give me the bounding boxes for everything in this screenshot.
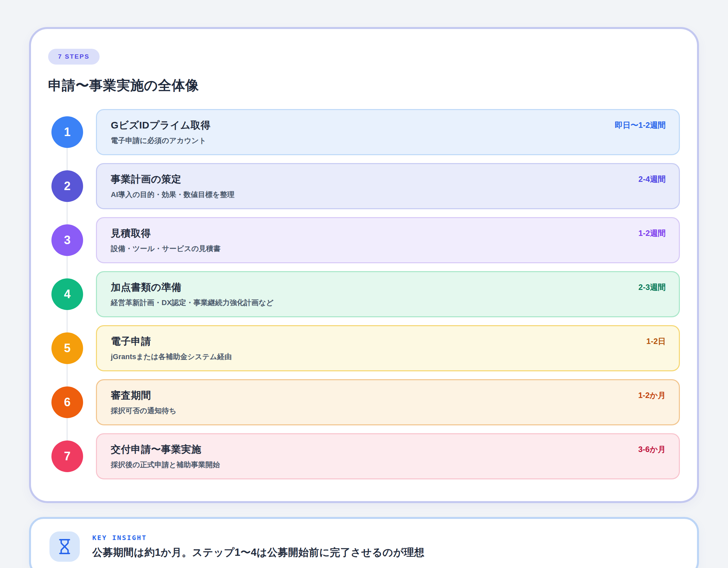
step-title: 交付申請〜事業実施 — [111, 443, 220, 456]
step-subtitle: AI導入の目的・効果・数値目標を整理 — [111, 190, 234, 200]
step-subtitle: 採択後の正式申請と補助事業開始 — [111, 460, 220, 470]
step-card: 加点書類の準備 経営革新計画・DX認定・事業継続力強化計画など 2-3週間 — [96, 271, 680, 317]
step-duration: 1-2週間 — [638, 228, 666, 239]
step-card: 電子申請 jGrantsまたは各補助金システム経由 1-2日 — [96, 325, 680, 371]
step-duration: 2-4週間 — [638, 174, 666, 185]
insight-label: KEY INSIGHT — [92, 534, 425, 542]
step-row: 4 加点書類の準備 経営革新計画・DX認定・事業継続力強化計画など 2-3週間 — [48, 271, 680, 317]
step-text-block: 審査期間 採択可否の通知待ち — [111, 389, 176, 416]
step-duration: 1-2日 — [646, 336, 666, 346]
step-number-circle: 4 — [51, 279, 83, 310]
step-row: 5 電子申請 jGrantsまたは各補助金システム経由 1-2日 — [48, 325, 680, 371]
step-text-block: 電子申請 jGrantsまたは各補助金システム経由 — [111, 335, 232, 362]
step-row: 6 審査期間 採択可否の通知待ち 1-2か月 — [48, 379, 680, 425]
step-duration: 3-6か月 — [638, 444, 666, 455]
step-title: 見積取得 — [111, 227, 221, 240]
step-card: GビズIDプライム取得 電子申請に必須のアカウント 即日〜1-2週間 — [96, 109, 680, 155]
insight-text-block: KEY INSIGHT 公募期間は約1か月。ステップ1〜4は公募開始前に完了させ… — [92, 534, 425, 559]
step-duration: 2-3週間 — [638, 282, 666, 292]
key-insight-card: KEY INSIGHT 公募期間は約1か月。ステップ1〜4は公募開始前に完了させ… — [29, 517, 699, 568]
step-title: 電子申請 — [111, 335, 232, 348]
step-text-block: GビズIDプライム取得 電子申請に必須のアカウント — [111, 119, 211, 146]
step-subtitle: 電子申請に必須のアカウント — [111, 136, 211, 146]
step-subtitle: 設備・ツール・サービスの見積書 — [111, 244, 221, 254]
step-text-block: 交付申請〜事業実施 採択後の正式申請と補助事業開始 — [111, 443, 220, 470]
step-title: GビズIDプライム取得 — [111, 119, 211, 132]
step-number-circle: 2 — [51, 170, 83, 202]
step-text-block: 事業計画の策定 AI導入の目的・効果・数値目標を整理 — [111, 173, 234, 200]
step-title: 審査期間 — [111, 389, 176, 402]
step-number-circle: 5 — [51, 332, 83, 364]
step-card: 事業計画の策定 AI導入の目的・効果・数値目標を整理 2-4週間 — [96, 163, 680, 209]
step-number-circle: 7 — [51, 440, 83, 472]
step-title: 加点書類の準備 — [111, 281, 274, 294]
step-subtitle: jGrantsまたは各補助金システム経由 — [111, 352, 232, 362]
step-number-circle: 3 — [51, 224, 83, 256]
step-card: 交付申請〜事業実施 採択後の正式申請と補助事業開始 3-6か月 — [96, 433, 680, 479]
page: 7 STEPS 申請〜事業実施の全体像 1 GビズIDプライム取得 電子申請に必… — [0, 0, 728, 568]
insight-statement: 公募期間は約1か月。ステップ1〜4は公募開始前に完了させるのが理想 — [92, 546, 425, 559]
step-card: 見積取得 設備・ツール・サービスの見積書 1-2週間 — [96, 217, 680, 263]
steps-count-badge: 7 STEPS — [48, 49, 100, 65]
hourglass-icon — [49, 531, 80, 562]
step-text-block: 加点書類の準備 経営革新計画・DX認定・事業継続力強化計画など — [111, 281, 274, 308]
step-title: 事業計画の策定 — [111, 173, 234, 186]
step-row: 7 交付申請〜事業実施 採択後の正式申請と補助事業開始 3-6か月 — [48, 433, 680, 479]
step-text-block: 見積取得 設備・ツール・サービスの見積書 — [111, 227, 221, 254]
step-row: 1 GビズIDプライム取得 電子申請に必須のアカウント 即日〜1-2週間 — [48, 109, 680, 155]
page-title: 申請〜事業実施の全体像 — [48, 76, 680, 95]
step-number-circle: 1 — [51, 116, 83, 148]
step-card: 審査期間 採択可否の通知待ち 1-2か月 — [96, 379, 680, 425]
step-subtitle: 採択可否の通知待ち — [111, 406, 176, 416]
step-duration: 1-2か月 — [638, 390, 666, 401]
steps-timeline: 1 GビズIDプライム取得 電子申請に必須のアカウント 即日〜1-2週間 2 事… — [48, 109, 680, 479]
step-row: 3 見積取得 設備・ツール・サービスの見積書 1-2週間 — [48, 217, 680, 263]
step-row: 2 事業計画の策定 AI導入の目的・効果・数値目標を整理 2-4週間 — [48, 163, 680, 209]
step-subtitle: 経営革新計画・DX認定・事業継続力強化計画など — [111, 298, 274, 308]
step-number-circle: 6 — [51, 386, 83, 418]
step-duration: 即日〜1-2週間 — [615, 120, 666, 131]
process-overview-card: 7 STEPS 申請〜事業実施の全体像 1 GビズIDプライム取得 電子申請に必… — [29, 27, 699, 503]
